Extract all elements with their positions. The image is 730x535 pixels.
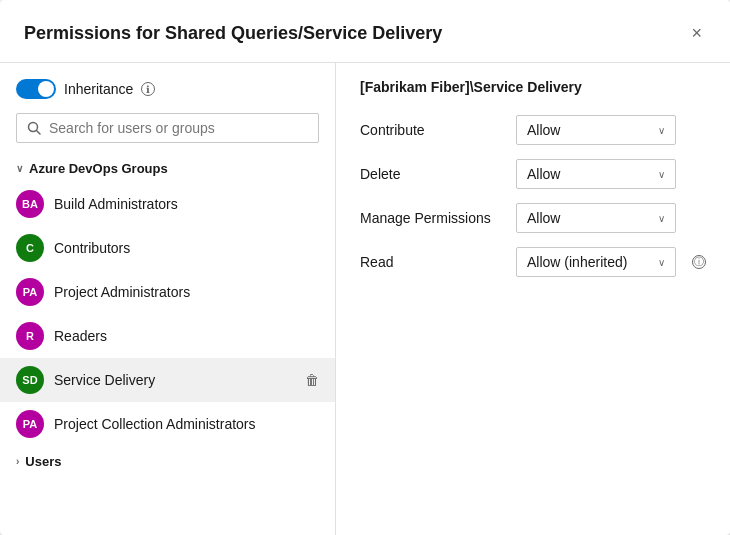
group-item[interactable]: CContributors (0, 226, 335, 270)
permission-row: Manage PermissionsAllow∨ (360, 203, 706, 233)
inheritance-label: Inheritance (64, 81, 133, 97)
permission-row: ContributeAllow∨ (360, 115, 706, 145)
permission-row: DeleteAllow∨ (360, 159, 706, 189)
svg-line-1 (37, 131, 41, 135)
azure-devops-groups-header[interactable]: ∨ Azure DevOps Groups (0, 155, 335, 182)
close-button[interactable]: × (687, 20, 706, 46)
left-panel: Inheritance ℹ ∨ Azure DevOps Groups BABu… (0, 63, 336, 535)
group-item[interactable]: SDService Delivery🗑 (0, 358, 335, 402)
context-title: [Fabrikam Fiber]\Service Delivery (360, 79, 706, 95)
group-name: Service Delivery (54, 372, 295, 388)
search-input[interactable] (49, 120, 308, 136)
search-icon (27, 121, 41, 135)
group-name: Contributors (54, 240, 319, 256)
permission-select-text: Allow (527, 122, 560, 138)
groups-header-label: Azure DevOps Groups (29, 161, 168, 176)
search-box[interactable] (16, 113, 319, 143)
permission-label: Read (360, 254, 500, 270)
permissions-list: ContributeAllow∨DeleteAllow∨Manage Permi… (360, 115, 706, 277)
inheritance-row: Inheritance ℹ (0, 79, 335, 113)
inheritance-info-icon[interactable]: ℹ (141, 82, 155, 96)
permission-select[interactable]: Allow∨ (516, 159, 676, 189)
avatar: PA (16, 278, 44, 306)
permission-label: Manage Permissions (360, 210, 500, 226)
permissions-dialog: Permissions for Shared Queries/Service D… (0, 0, 730, 535)
permission-select[interactable]: Allow∨ (516, 115, 676, 145)
users-section-label: Users (25, 454, 61, 469)
permission-label: Delete (360, 166, 500, 182)
group-item[interactable]: RReaders (0, 314, 335, 358)
avatar: PA (16, 410, 44, 438)
chevron-down-icon: ∨ (658, 125, 665, 136)
permission-select[interactable]: Allow (inherited)∨ (516, 247, 676, 277)
permission-label: Contribute (360, 122, 500, 138)
avatar: R (16, 322, 44, 350)
users-chevron-icon: › (16, 456, 19, 467)
group-name: Project Collection Administrators (54, 416, 319, 432)
group-item[interactable]: PAProject Administrators (0, 270, 335, 314)
permission-select-text: Allow (527, 166, 560, 182)
chevron-down-icon: ∨ (658, 213, 665, 224)
permission-select-text: Allow (527, 210, 560, 226)
group-list: BABuild AdministratorsCContributorsPAPro… (0, 182, 335, 446)
chevron-down-icon: ∨ (658, 257, 665, 268)
permission-select-text: Allow (inherited) (527, 254, 627, 270)
dialog-header: Permissions for Shared Queries/Service D… (0, 0, 730, 63)
group-item[interactable]: PAProject Collection Administrators (0, 402, 335, 446)
group-name: Readers (54, 328, 319, 344)
dialog-title: Permissions for Shared Queries/Service D… (24, 23, 442, 44)
permission-row: ReadAllow (inherited)∨ⓘ (360, 247, 706, 277)
right-panel: [Fabrikam Fiber]\Service Delivery Contri… (336, 63, 730, 535)
avatar: C (16, 234, 44, 262)
dialog-body: Inheritance ℹ ∨ Azure DevOps Groups BABu… (0, 63, 730, 535)
group-name: Project Administrators (54, 284, 319, 300)
users-section-header[interactable]: › Users (0, 446, 335, 477)
permission-select[interactable]: Allow∨ (516, 203, 676, 233)
group-name: Build Administrators (54, 196, 319, 212)
permission-info-icon[interactable]: ⓘ (692, 255, 706, 269)
avatar: BA (16, 190, 44, 218)
chevron-down-icon: ∨ (658, 169, 665, 180)
delete-icon[interactable]: 🗑 (305, 372, 319, 388)
group-item[interactable]: BABuild Administrators (0, 182, 335, 226)
avatar: SD (16, 366, 44, 394)
inheritance-toggle[interactable] (16, 79, 56, 99)
groups-chevron-icon: ∨ (16, 163, 23, 174)
